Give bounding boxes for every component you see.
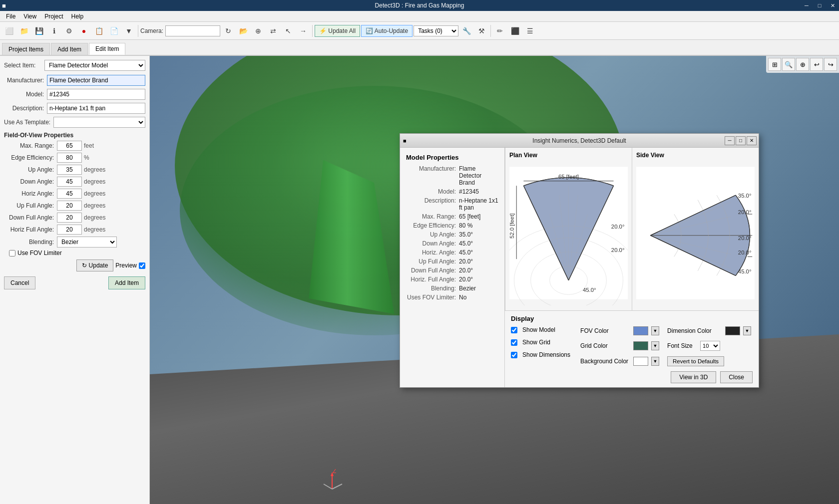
camera-combo[interactable] bbox=[165, 25, 220, 36]
prop-up-full-angle-value: 20.0° bbox=[459, 258, 473, 265]
font-size-combo[interactable]: 10 12 14 bbox=[700, 341, 720, 351]
maximize-button[interactable]: □ bbox=[813, 0, 826, 11]
svg-line-2 bbox=[332, 484, 342, 489]
dimension-color-dropdown[interactable]: ▼ bbox=[743, 326, 751, 335]
target-btn[interactable]: ⊕ bbox=[251, 24, 265, 38]
toolbar-btn-5[interactable]: 📋 bbox=[92, 24, 106, 38]
toolbar-btn-6[interactable]: 📄 bbox=[107, 24, 121, 38]
blending-row: Blending: Bezier Linear None bbox=[4, 237, 145, 248]
tab-add-item[interactable]: Add Item bbox=[51, 43, 88, 55]
plan-view-svg: 65 [feet] 52.0 [feet] 20.0° 20.0° 45.0° bbox=[509, 161, 628, 305]
prop-horiz-angle-label: Horiz. Angle: bbox=[406, 249, 456, 256]
down-angle-input[interactable] bbox=[57, 177, 82, 187]
toolbar-btn-3[interactable]: 💾 bbox=[32, 24, 46, 38]
prop-description-value: n-Heptane 1x1 ft pan bbox=[459, 197, 498, 211]
vp-zoom-in[interactable]: 🔍 bbox=[782, 58, 795, 71]
sync-btn[interactable]: ⇄ bbox=[266, 24, 280, 38]
open-file-btn[interactable]: 📂 bbox=[236, 24, 250, 38]
select-item-label: Select Item: bbox=[4, 62, 41, 69]
toolbar-btn-info[interactable]: ℹ bbox=[47, 24, 61, 38]
show-grid-checkbox[interactable] bbox=[511, 339, 517, 346]
auto-update-button[interactable]: 🔄 Auto-Update bbox=[361, 25, 413, 37]
tab-bar: Project Items Add Item Edit Item bbox=[0, 40, 839, 56]
modal-maximize-button[interactable]: □ bbox=[736, 136, 746, 145]
svg-text:20.0°: 20.0° bbox=[611, 247, 625, 253]
close-button[interactable]: ✕ bbox=[826, 0, 839, 11]
add-item-button[interactable]: Add Item bbox=[108, 276, 145, 289]
vp-zoom-fit[interactable]: ⊞ bbox=[768, 58, 781, 71]
list-btn[interactable]: ☰ bbox=[523, 24, 537, 38]
toolbar-btn-settings[interactable]: ⚙ bbox=[62, 24, 76, 38]
show-dimensions-checkbox[interactable] bbox=[511, 352, 517, 358]
template-row: Use As Template: bbox=[4, 117, 145, 128]
edge-efficiency-row: Edge Efficiency: % bbox=[4, 153, 145, 163]
grid-color-dropdown[interactable]: ▼ bbox=[651, 341, 659, 350]
horiz-full-angle-input[interactable] bbox=[57, 225, 82, 235]
dimension-color-btn[interactable] bbox=[725, 326, 740, 335]
template-combo[interactable] bbox=[53, 117, 145, 128]
select-item-combo[interactable]: Flame Detector Model bbox=[44, 60, 145, 71]
tools-btn-2[interactable]: ⚒ bbox=[474, 24, 488, 38]
prop-fov-limiter: Uses FOV Limiter: No bbox=[406, 294, 498, 301]
arrow-btn[interactable]: → bbox=[296, 24, 310, 38]
revert-defaults-button[interactable]: Revert to Defaults bbox=[667, 356, 724, 366]
show-model-checkbox[interactable] bbox=[511, 327, 517, 333]
modal-title: Insight Numerics, Detect3D Default bbox=[532, 137, 626, 144]
select-btn[interactable]: ⬛ bbox=[508, 24, 522, 38]
update-button[interactable]: ↻ Update bbox=[76, 259, 114, 271]
toolbar-btn-2[interactable]: 📁 bbox=[17, 24, 31, 38]
edge-efficiency-label: Edge Efficiency: bbox=[9, 154, 54, 161]
tasks-combo[interactable]: Tasks (0) bbox=[414, 25, 458, 36]
view-in-3d-button[interactable]: View in 3D bbox=[671, 371, 716, 383]
prop-blending: Blending: Bezier bbox=[406, 285, 498, 292]
prop-manufacturer: Manufacturer: Flame Detector Brand bbox=[406, 165, 498, 186]
bg-color-row: Background Color ▼ Revert to Defaults bbox=[580, 356, 751, 366]
vp-redo[interactable]: ↪ bbox=[824, 58, 837, 71]
modal-minimize-button[interactable]: ─ bbox=[725, 136, 735, 145]
vp-undo[interactable]: ↩ bbox=[810, 58, 823, 71]
close-modal-button[interactable]: Close bbox=[720, 371, 753, 383]
bg-color-btn[interactable] bbox=[633, 357, 648, 366]
modal-close-button[interactable]: ✕ bbox=[747, 136, 757, 145]
up-angle-input[interactable] bbox=[57, 165, 82, 175]
fov-color-dropdown[interactable]: ▼ bbox=[651, 326, 659, 335]
model-input[interactable] bbox=[47, 89, 145, 100]
blending-combo[interactable]: Bezier Linear None bbox=[57, 237, 117, 248]
bg-color-dropdown[interactable]: ▼ bbox=[651, 357, 659, 366]
bg-color-label: Background Color bbox=[580, 358, 630, 365]
toolbar-btn-stop[interactable]: ● bbox=[77, 24, 91, 38]
toolbar-btn-1[interactable]: ⬜ bbox=[2, 24, 16, 38]
update-all-button[interactable]: ⚡ Update All bbox=[315, 25, 360, 37]
up-full-angle-input[interactable] bbox=[57, 201, 82, 211]
update-icon: ↻ bbox=[82, 262, 87, 269]
tab-project-items[interactable]: Project Items bbox=[2, 43, 50, 55]
cancel-button[interactable]: Cancel bbox=[4, 276, 35, 289]
menu-project[interactable]: Project bbox=[40, 12, 67, 21]
menu-file[interactable]: File bbox=[2, 12, 19, 21]
edge-efficiency-input[interactable] bbox=[57, 153, 82, 163]
manufacturer-input[interactable] bbox=[47, 75, 145, 86]
tools-btn[interactable]: 🔧 bbox=[459, 24, 473, 38]
cursor-btn[interactable]: ↖ bbox=[281, 24, 295, 38]
tab-edit-item[interactable]: Edit Item bbox=[89, 43, 125, 55]
window-controls: ─ □ ✕ bbox=[800, 0, 839, 11]
edit-btn[interactable]: ✏ bbox=[493, 24, 507, 38]
vp-crosshair[interactable]: ⊕ bbox=[796, 58, 809, 71]
down-full-angle-input[interactable] bbox=[57, 213, 82, 223]
refresh-btn[interactable]: ↻ bbox=[221, 24, 235, 38]
toolbar-sep-3 bbox=[490, 25, 491, 37]
viewport: ⊞ 🔍 ⊕ ↩ ↪ Z ■ Insight Numerics, Detect3 bbox=[150, 56, 839, 504]
fov-color-btn[interactable] bbox=[633, 326, 648, 335]
prop-model: Model: #12345 bbox=[406, 188, 498, 195]
menu-help[interactable]: Help bbox=[67, 12, 88, 21]
description-input[interactable] bbox=[47, 103, 145, 114]
grid-color-btn[interactable] bbox=[633, 341, 648, 350]
horiz-angle-input[interactable] bbox=[57, 189, 82, 199]
menu-view[interactable]: View bbox=[19, 12, 40, 21]
minimize-button[interactable]: ─ bbox=[800, 0, 813, 11]
max-range-input[interactable] bbox=[57, 141, 82, 151]
viewport-toolbar: ⊞ 🔍 ⊕ ↩ ↪ bbox=[766, 56, 839, 73]
toolbar-btn-7[interactable]: ▼ bbox=[122, 24, 136, 38]
fov-limiter-checkbox[interactable] bbox=[9, 250, 15, 256]
preview-checkbox[interactable] bbox=[139, 262, 145, 269]
